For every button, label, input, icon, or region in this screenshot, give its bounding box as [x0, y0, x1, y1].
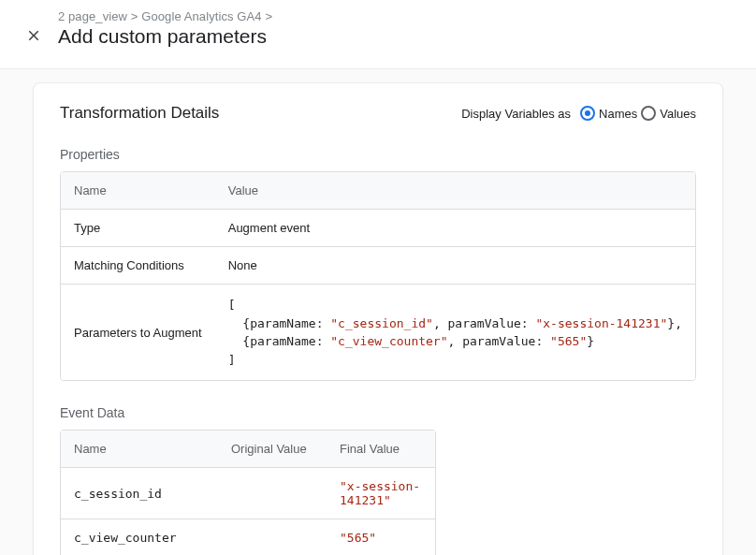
- event-row-name: c_view_counter: [61, 519, 218, 556]
- modal-header: 2 page_view > Google Analytics GA4 > Add…: [0, 0, 756, 69]
- event-row-name: c_session_id: [61, 468, 218, 519]
- prop-params-name: Parameters to Augment: [61, 285, 215, 381]
- table-row: Matching Conditions None: [61, 247, 695, 285]
- table-row: Type Augment event: [61, 210, 695, 247]
- display-variables-label: Display Variables as: [461, 107, 571, 121]
- card-title: Transformation Details: [60, 104, 461, 123]
- prop-type-name: Type: [61, 210, 215, 247]
- radio-dot-icon: [641, 106, 656, 121]
- table-row: c_view_counter "565": [61, 519, 435, 556]
- prop-params-value: [ {paramName: "c_session_id", paramValue…: [215, 285, 695, 381]
- radio-values-label: Values: [660, 107, 696, 121]
- params-code-block: [ {paramName: "c_session_id", paramValue…: [228, 296, 682, 369]
- table-row: Parameters to Augment [ {paramName: "c_s…: [61, 285, 695, 381]
- prop-match-name: Matching Conditions: [61, 247, 215, 285]
- radio-values[interactable]: Values: [641, 106, 696, 121]
- event-row-orig: [218, 468, 327, 519]
- close-icon[interactable]: [22, 24, 45, 47]
- event-row-final: "565": [327, 519, 435, 556]
- radio-names-label: Names: [599, 107, 637, 121]
- event-header-final: Final Value: [327, 431, 435, 468]
- breadcrumb: 2 page_view > Google Analytics GA4 >: [58, 9, 756, 23]
- properties-header-name: Name: [61, 172, 215, 210]
- event-row-orig: [218, 519, 327, 556]
- properties-header-value: Value: [215, 172, 695, 210]
- event-data-table: Name Original Value Final Value c_sessio…: [60, 430, 436, 555]
- event-row-final: "x-session-141231": [327, 468, 435, 519]
- prop-type-value: Augment event: [215, 210, 695, 247]
- radio-names[interactable]: Names: [580, 106, 637, 121]
- event-header-name: Name: [61, 431, 218, 468]
- event-data-section-title: Event Data: [60, 405, 696, 420]
- prop-match-value: None: [215, 247, 695, 285]
- event-header-orig: Original Value: [218, 431, 327, 468]
- radio-dot-icon: [580, 106, 595, 121]
- properties-section-title: Properties: [60, 147, 696, 162]
- table-row: c_session_id "x-session-141231": [61, 468, 435, 519]
- page-title: Add custom parameters: [58, 25, 756, 48]
- transformation-details-card: Transformation Details Display Variables…: [33, 82, 723, 555]
- properties-table: Name Value Type Augment event Matching C…: [60, 171, 696, 381]
